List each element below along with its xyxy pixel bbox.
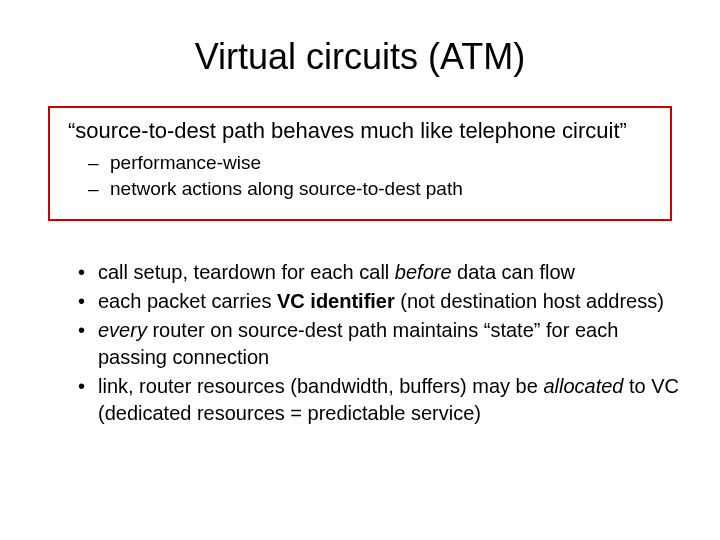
text: each packet carries: [98, 290, 277, 312]
text: router on source-dest path maintains “st…: [98, 319, 618, 368]
text: call setup, teardown for each call: [98, 261, 395, 283]
italic-text: allocated: [543, 375, 623, 397]
text: (not destination host address): [395, 290, 664, 312]
list-item: call setup, teardown for each call befor…: [78, 259, 680, 286]
slide: Virtual circuits (ATM) “source-to-dest p…: [0, 0, 720, 540]
quote-line: “source-to-dest path behaves much like t…: [68, 118, 652, 144]
list-item: every router on source-dest path maintai…: [78, 317, 680, 371]
main-bullet-list: call setup, teardown for each call befor…: [40, 259, 680, 427]
slide-title: Virtual circuits (ATM): [40, 36, 680, 78]
sub-item: performance-wise: [110, 150, 652, 176]
bold-text: VC identifier: [277, 290, 395, 312]
quote-sublist: performance-wise network actions along s…: [68, 150, 652, 201]
text: data can flow: [452, 261, 575, 283]
sub-item: network actions along source-to-dest pat…: [110, 176, 652, 202]
list-item: link, router resources (bandwidth, buffe…: [78, 373, 680, 427]
list-item: each packet carries VC identifier (not d…: [78, 288, 680, 315]
italic-text: before: [395, 261, 452, 283]
text: link, router resources (bandwidth, buffe…: [98, 375, 543, 397]
italic-text: every: [98, 319, 147, 341]
highlight-box: “source-to-dest path behaves much like t…: [48, 106, 672, 221]
